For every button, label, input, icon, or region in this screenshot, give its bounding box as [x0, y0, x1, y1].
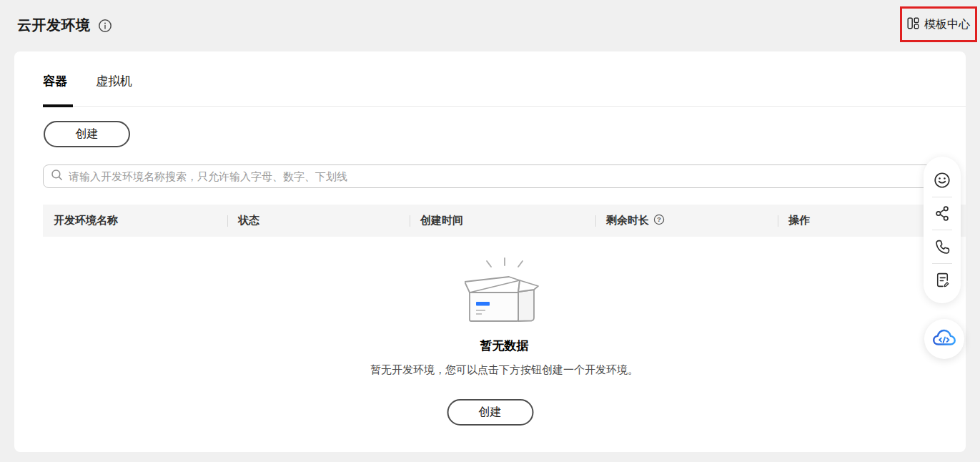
help-icon[interactable]: ?: [653, 214, 665, 227]
toolbar-divider: [932, 197, 952, 197]
svg-text:?: ?: [657, 215, 661, 223]
smiley-icon[interactable]: [933, 171, 951, 190]
table-header: 开发环境名称 状态 创建时间 剩余时长 ? 操作: [43, 205, 966, 237]
column-remaining-time[interactable]: 剩余时长 ?: [595, 214, 778, 227]
tab-container[interactable]: 容器: [43, 73, 67, 103]
info-icon[interactable]: [98, 19, 112, 33]
cloud-code-icon: [931, 327, 958, 351]
empty-box-icon: [465, 256, 545, 328]
tab-bar: 容器 虚拟机: [43, 73, 937, 103]
phone-icon[interactable]: [933, 237, 951, 256]
main-card: 容器 虚拟机 创建 开发环境名称 状态 创建: [14, 51, 966, 452]
toolbar-divider: [932, 263, 952, 264]
share-icon[interactable]: [934, 205, 951, 222]
empty-title: 暂无数据: [43, 338, 966, 354]
cloud-ide-fab[interactable]: [924, 319, 964, 359]
column-env-name[interactable]: 开发环境名称: [43, 214, 227, 227]
page: 云开发环境 模板中心: [0, 0, 980, 462]
page-header: 云开发环境: [17, 16, 112, 35]
column-create-time[interactable]: 创建时间: [410, 214, 595, 227]
template-center-button[interactable]: 模板中心: [907, 17, 970, 32]
empty-description: 暂无开发环境，您可以点击下方按钮创建一个开发环境。: [43, 363, 966, 377]
active-tab-indicator: [43, 104, 73, 107]
create-button[interactable]: 创建: [44, 121, 130, 147]
template-icon: [907, 17, 919, 32]
annotation-box: 模板中心: [900, 6, 977, 42]
column-status[interactable]: 状态: [227, 214, 410, 227]
empty-state: 暂无数据 暂无开发环境，您可以点击下方按钮创建一个开发环境。: [43, 256, 966, 377]
tab-virtual-machine[interactable]: 虚拟机: [96, 73, 132, 103]
template-center-label: 模板中心: [924, 17, 970, 32]
page-title: 云开发环境: [17, 16, 91, 35]
side-toolbar: [924, 157, 961, 303]
tab-divider: [43, 106, 966, 107]
empty-create-button[interactable]: 创建: [447, 399, 533, 426]
feedback-icon[interactable]: [934, 271, 951, 289]
toolbar-divider: [932, 230, 952, 230]
search-box[interactable]: [43, 164, 934, 188]
search-icon: [51, 169, 63, 184]
search-input[interactable]: [69, 170, 926, 182]
